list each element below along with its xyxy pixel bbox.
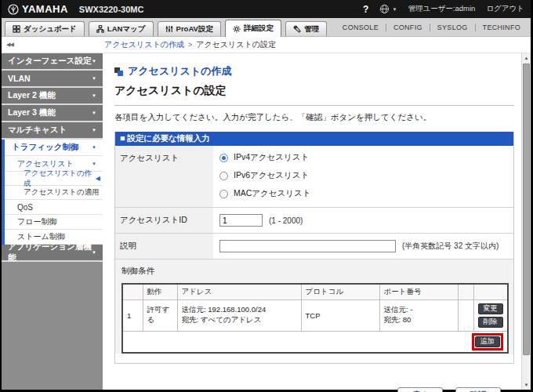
breadcrumb: アクセスリストの作成 > アクセスリストの設定	[104, 39, 276, 50]
sidebar-item-interface-settings[interactable]: インターフェース設定 ▼	[2, 53, 103, 71]
col-address: アドレス	[177, 284, 301, 299]
sidebar-item-traffic-control[interactable]: トラフィック制御 ▼	[5, 140, 103, 156]
rule-port-src: 送信元: -	[384, 305, 454, 315]
sidebar-item-label: フロー制御	[17, 216, 56, 227]
form-row-access-list: アクセスリスト IPv4アクセスリスト IPv6アクセスリスト MACアク	[115, 146, 513, 208]
tab-label: LANマップ	[107, 24, 146, 34]
radio-icon[interactable]	[219, 154, 228, 162]
sidebar-item-access-list-create[interactable]: アクセスリストの作成 ◀	[5, 172, 103, 186]
col-num	[122, 284, 143, 299]
techinfo-link[interactable]: TECHINFO	[475, 24, 528, 31]
sidebar-collapse-button[interactable]: ◀◀	[2, 42, 18, 48]
radio-label: IPv4アクセスリスト	[234, 152, 309, 163]
tab-dashboard[interactable]: ダッシュボード	[5, 21, 85, 36]
logout-button[interactable]: ログアウト	[486, 4, 524, 14]
footer-buttons: 戻る 確認	[114, 387, 514, 392]
sidebar-item-layer2[interactable]: Layer 2 機能 ▼	[2, 88, 103, 105]
sidebar-item-application-layer[interactable]: アプリケーション層機能 ▼	[2, 245, 103, 262]
language-selector[interactable]: ▼	[379, 4, 397, 14]
lanmap-icon	[96, 25, 104, 33]
page-title-text: アクセスリストの作成	[128, 64, 231, 78]
tab-proav[interactable]: ProAV設定	[158, 21, 221, 36]
tab-label: 管理	[304, 24, 319, 34]
divider	[114, 105, 514, 106]
rule-address: 送信元: 192.168.100.0/24 宛先: すべてのアドレス	[177, 299, 301, 331]
tab-label: 詳細設定	[244, 24, 274, 34]
config-link[interactable]: CONFIG	[386, 24, 430, 31]
col-empty	[458, 284, 473, 299]
scrollbar-thumb[interactable]	[523, 64, 530, 355]
conditions-table: 動作 アドレス プロトコル ポート番号 1 許可する	[121, 283, 509, 354]
field-label: アクセスリストID	[115, 208, 213, 233]
table-row: 1 許可する 送信元: 192.168.100.0/24 宛先: すべてのアドレ…	[122, 299, 508, 331]
sidebar-item-label: VLAN	[8, 74, 31, 83]
chevron-down-icon: ▼	[92, 76, 96, 81]
chevron-down-icon: ▼	[92, 59, 96, 64]
instruction-text: 各項目を入力してください。入力が完了したら、「確認」ボタンを押してください。	[114, 112, 521, 123]
sidebar-group-traffic-control: トラフィック制御 ▼ アクセスリスト ▼ アクセスリストの作成 ◀ アクセスリス…	[2, 140, 103, 245]
rule-empty-cell	[458, 299, 473, 331]
vertical-scrollbar[interactable]: ▲ ▼	[521, 53, 531, 390]
section-header: ■ 設定に必要な情報入力	[115, 132, 513, 146]
sidebar-item-layer3[interactable]: Layer 3 機能 ▼	[2, 105, 103, 122]
logged-in-user: 管理ユーザー:admin	[408, 4, 475, 14]
sidebar-item-label: アクセスリストの適用	[24, 187, 100, 198]
description-input[interactable]	[219, 240, 396, 252]
table-header-row: 動作 アドレス プロトコル ポート番号	[122, 284, 508, 299]
syslog-link[interactable]: SYSLOG	[430, 24, 475, 31]
radio-option-mac[interactable]: MACアクセスリスト	[219, 188, 507, 199]
back-button[interactable]: 戻る	[397, 387, 443, 392]
tab-management[interactable]: 管理	[285, 21, 327, 36]
main-content: アクセスリストの作成 アクセスリストの設定 各項目を入力してください。入力が完了…	[103, 53, 521, 390]
sidebar-item-multicast[interactable]: マルチキャスト ▼	[2, 122, 103, 140]
rule-address-src: 送信元: 192.168.100.0/24	[182, 305, 297, 315]
wrench-icon	[293, 25, 301, 33]
access-list-id-input[interactable]	[219, 214, 263, 227]
tab-advanced-settings[interactable]: 詳細設定	[225, 20, 281, 37]
sidebar-item-vlan[interactable]: VLAN ▼	[2, 71, 103, 88]
col-action: 動作	[143, 284, 177, 299]
sidebar-item-flow-control[interactable]: フロー制御	[5, 215, 103, 230]
settings-section: ■ 設定に必要な情報入力 アクセスリスト IPv4アクセスリスト IPv6アクセ…	[114, 132, 514, 364]
change-button[interactable]: 変更	[478, 303, 503, 314]
form-row-description: 説明 (半角英数記号 32 文字以内)	[115, 234, 513, 260]
globe-icon	[379, 4, 390, 14]
yamaha-logo-icon	[8, 4, 19, 15]
breadcrumb-row: ◀◀ アクセスリストの作成 > アクセスリストの設定	[2, 37, 531, 53]
confirm-button[interactable]: 確認	[455, 387, 501, 392]
sidebar-item-label: Layer 2 機能	[8, 90, 56, 101]
scrollbar-down-icon[interactable]: ▼	[522, 380, 531, 390]
sidebar-item-access-list-apply[interactable]: アクセスリストの適用	[5, 186, 103, 200]
page-title-icon	[114, 67, 123, 76]
radio-option-ipv6[interactable]: IPv6アクセスリスト	[219, 170, 507, 181]
chevron-down-icon: ▼	[92, 162, 96, 166]
chevron-down-icon: ▼	[92, 93, 96, 98]
tab-lanmap[interactable]: LANマップ	[89, 21, 154, 36]
sliders-icon	[165, 25, 173, 33]
sidebar-filler	[2, 262, 103, 390]
delete-button[interactable]: 削除	[478, 317, 503, 328]
col-protocol: プロトコル	[301, 284, 379, 299]
rule-buttons-cell: 変更 削除	[473, 299, 508, 331]
field-hint: (1 - 2000)	[269, 216, 303, 225]
scrollbar-up-icon[interactable]: ▲	[522, 53, 531, 63]
table-add-row: 追加	[122, 331, 508, 353]
radio-icon[interactable]	[219, 190, 228, 198]
field-hint: (半角英数記号 32 文字以内)	[402, 241, 499, 252]
radio-option-ipv4[interactable]: IPv4アクセスリスト	[219, 152, 507, 163]
chevron-down-icon: ▼	[92, 111, 96, 115]
rule-port-dst: 宛先: 80	[384, 315, 454, 325]
brand-name: YAMAHA	[22, 3, 68, 15]
col-port: ポート番号	[379, 284, 458, 299]
console-link[interactable]: CONSOLE	[335, 24, 386, 31]
breadcrumb-current: アクセスリストの設定	[196, 39, 276, 50]
sidebar-item-qos[interactable]: QoS	[5, 200, 103, 215]
radio-icon[interactable]	[219, 172, 228, 180]
breadcrumb-link[interactable]: アクセスリストの作成	[104, 39, 184, 50]
help-icon[interactable]: ?	[363, 4, 368, 15]
breadcrumb-separator: >	[188, 41, 192, 49]
add-button[interactable]: 追加	[475, 336, 500, 347]
selected-marker-icon: ◀	[96, 175, 100, 182]
radio-label: MACアクセスリスト	[234, 188, 311, 199]
sidebar-item-label: ストーム制御	[17, 231, 65, 242]
